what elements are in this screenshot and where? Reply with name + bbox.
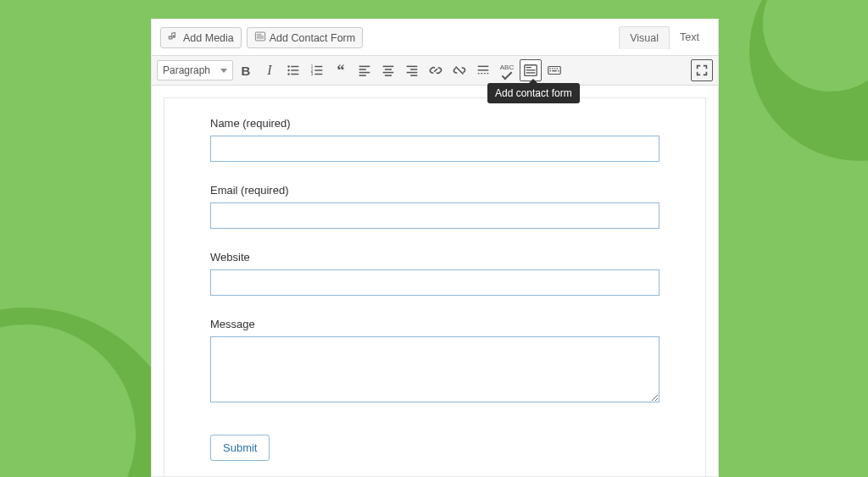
svg-rect-22 [383, 66, 394, 68]
svg-rect-3 [257, 34, 262, 35]
svg-rect-4 [257, 36, 264, 36]
website-input[interactable] [210, 269, 659, 296]
svg-point-10 [287, 73, 289, 75]
camera-music-icon [168, 31, 180, 45]
svg-rect-25 [385, 75, 392, 76]
numbered-list-button[interactable]: 123 [306, 59, 328, 81]
decorative-blob [749, 0, 868, 161]
form-field-website: Website [210, 251, 659, 296]
svg-rect-30 [478, 66, 489, 67]
svg-point-6 [287, 65, 289, 67]
form-field-name: Name (required) [210, 117, 659, 162]
svg-rect-27 [410, 69, 417, 70]
spellcheck-button[interactable]: ABC [496, 59, 518, 81]
form-icon [254, 31, 266, 45]
svg-rect-40 [557, 68, 558, 69]
svg-point-1 [170, 36, 171, 38]
italic-button[interactable]: I [259, 59, 281, 81]
format-selector[interactable]: Paragraph [157, 60, 233, 80]
tooltip: Add contact form [487, 83, 580, 103]
classic-editor: Add Media Add Contact Form Visual Text P… [151, 19, 719, 477]
svg-rect-42 [552, 70, 556, 71]
svg-rect-43 [558, 70, 559, 71]
editor-tabs: Visual Text [619, 26, 709, 49]
svg-rect-35 [526, 72, 536, 73]
svg-rect-24 [383, 72, 394, 74]
add-media-label: Add Media [183, 32, 234, 44]
svg-rect-5 [257, 37, 264, 38]
svg-rect-21 [359, 75, 366, 76]
svg-rect-31 [478, 69, 489, 70]
svg-rect-17 [314, 74, 322, 75]
unlink-button[interactable] [448, 59, 470, 81]
svg-rect-23 [385, 69, 392, 70]
svg-rect-9 [291, 69, 298, 70]
link-button[interactable] [425, 59, 447, 81]
bullet-list-button[interactable] [282, 59, 304, 81]
media-buttons: Add Media Add Contact Form [160, 27, 363, 48]
tab-visual[interactable]: Visual [619, 26, 670, 49]
field-label: Name (required) [210, 117, 659, 130]
svg-rect-18 [359, 66, 370, 68]
svg-rect-13 [314, 66, 322, 67]
align-left-button[interactable] [353, 59, 376, 81]
svg-rect-41 [550, 70, 551, 71]
message-textarea[interactable] [210, 336, 659, 402]
format-selector-label: Paragraph [163, 64, 210, 76]
svg-rect-26 [407, 66, 418, 68]
svg-text:3: 3 [311, 72, 314, 76]
form-field-message: Message [210, 318, 659, 402]
svg-rect-39 [554, 68, 555, 69]
add-media-button[interactable]: Add Media [160, 27, 242, 48]
add-contact-form-button[interactable]: Add Contact Form [247, 27, 363, 48]
contact-form-preview: Name (required) Email (required) Website… [164, 97, 706, 476]
svg-rect-33 [526, 67, 531, 68]
read-more-button[interactable] [472, 59, 494, 81]
svg-rect-34 [526, 69, 536, 70]
svg-point-8 [287, 69, 289, 71]
svg-rect-19 [359, 69, 366, 70]
align-center-button[interactable] [377, 59, 399, 81]
svg-rect-37 [550, 68, 551, 69]
editor-content[interactable]: Name (required) Email (required) Website… [152, 86, 718, 476]
editor-toolbar: Paragraph B I 123 “ ABC [152, 56, 718, 86]
bold-button[interactable]: B [235, 59, 257, 81]
svg-rect-38 [552, 68, 553, 69]
name-input[interactable] [210, 136, 659, 162]
media-row: Add Media Add Contact Form Visual Text [152, 19, 718, 56]
keyboard-button[interactable] [543, 59, 565, 81]
svg-rect-7 [291, 66, 298, 67]
align-right-button[interactable] [401, 59, 423, 81]
tab-text[interactable]: Text [670, 26, 709, 49]
svg-rect-11 [291, 74, 298, 75]
svg-rect-20 [359, 72, 370, 74]
chevron-down-icon [220, 69, 227, 73]
svg-rect-29 [410, 75, 417, 76]
svg-rect-15 [314, 69, 322, 70]
submit-button[interactable]: Submit [210, 435, 270, 461]
blockquote-button[interactable]: “ [330, 59, 352, 81]
fullscreen-button[interactable] [691, 59, 713, 81]
form-field-email: Email (required) [210, 184, 659, 229]
field-label: Website [210, 251, 659, 263]
field-label: Message [210, 318, 659, 330]
add-contact-form-label: Add Contact Form [270, 32, 355, 44]
email-input[interactable] [210, 202, 659, 229]
field-label: Email (required) [210, 184, 659, 197]
svg-rect-28 [407, 72, 418, 74]
